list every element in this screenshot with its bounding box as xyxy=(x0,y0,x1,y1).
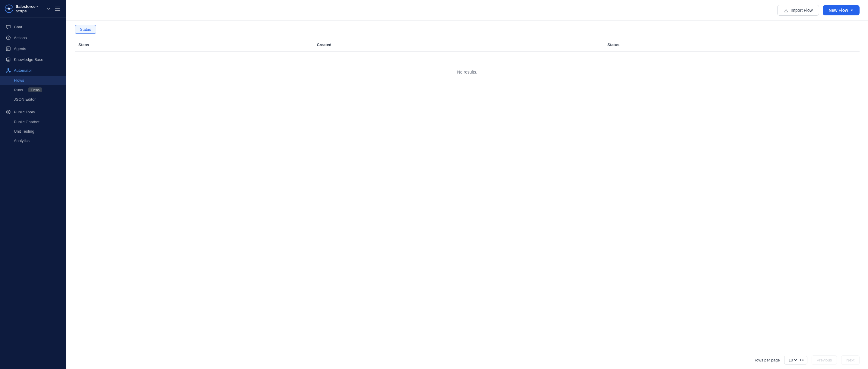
sidebar-item-json-editor[interactable]: JSON Editor xyxy=(0,95,66,104)
sidebar-label-public-tools: Public Tools xyxy=(14,110,35,114)
new-flow-chevron-icon: ▼ xyxy=(850,8,854,12)
rows-per-page-select[interactable]: 10 25 50 xyxy=(787,358,798,363)
new-flow-label: New Flow xyxy=(829,8,848,13)
sidebar-item-actions[interactable]: Actions xyxy=(0,32,66,43)
sidebar: Salesforce - Stripe xyxy=(0,0,66,369)
svg-point-1 xyxy=(8,8,10,10)
sidebar-label-knowledge-base: Knowledge Base xyxy=(14,57,43,62)
sidebar-title: Salesforce - Stripe xyxy=(16,4,43,13)
next-label: Next xyxy=(846,358,855,362)
agents-icon xyxy=(5,46,11,51)
import-flow-label: Import Flow xyxy=(790,8,812,13)
flows-table-container: Steps Created Status No results. xyxy=(66,38,868,351)
col-header-created: Created xyxy=(313,38,604,52)
sidebar-item-agents[interactable]: Agents xyxy=(0,43,66,54)
dropdown-btn[interactable] xyxy=(45,6,52,11)
sidebar-label-automator: Automator xyxy=(14,68,32,73)
import-icon xyxy=(783,8,788,13)
sidebar-item-flows[interactable]: Flows xyxy=(0,76,66,85)
flows-table: Steps Created Status No results. xyxy=(75,38,860,93)
col-header-steps: Steps xyxy=(75,38,313,52)
sidebar-item-chat[interactable]: Chat xyxy=(0,22,66,32)
svg-rect-4 xyxy=(55,10,60,11)
svg-point-11 xyxy=(6,58,10,59)
sidebar-label-unit-testing: Unit Testing xyxy=(14,129,34,134)
sidebar-header: Salesforce - Stripe xyxy=(0,0,66,18)
sidebar-label-analytics: Analytics xyxy=(14,138,30,143)
previous-label: Previous xyxy=(817,358,832,362)
sidebar-item-analytics[interactable]: Analytics xyxy=(0,136,66,145)
sidebar-label-public-chatbot: Public Chatbot xyxy=(14,120,39,124)
select-chevron-icon: ⬆⬇ xyxy=(799,359,804,362)
sidebar-item-public-chatbot[interactable]: Public Chatbot xyxy=(0,117,66,127)
sidebar-item-public-tools[interactable]: Public Tools xyxy=(0,106,66,117)
main-header: Import Flow New Flow ▼ xyxy=(66,0,868,21)
status-filter-button[interactable]: Status xyxy=(75,25,96,34)
table-header-row: Steps Created Status xyxy=(75,38,860,52)
svg-point-8 xyxy=(6,37,6,38)
new-flow-button[interactable]: New Flow ▼ xyxy=(823,5,860,15)
svg-rect-3 xyxy=(55,8,60,9)
next-button[interactable]: Next xyxy=(841,356,860,365)
sidebar-nav: Chat Actions xyxy=(0,18,66,369)
sidebar-item-unit-testing[interactable]: Unit Testing xyxy=(0,127,66,136)
svg-point-6 xyxy=(8,35,8,36)
rows-per-page-control[interactable]: 10 25 50 ⬆⬇ xyxy=(784,356,807,365)
svg-point-9 xyxy=(10,37,10,38)
no-results-text: No results. xyxy=(75,52,860,93)
sidebar-label-actions: Actions xyxy=(14,36,27,40)
no-results-row: No results. xyxy=(75,52,860,93)
sidebar-item-automator[interactable]: Automator xyxy=(0,65,66,76)
sidebar-label-json-editor: JSON Editor xyxy=(14,97,36,102)
runs-badge: Flows xyxy=(28,88,42,92)
rows-per-page-label: Rows per page xyxy=(753,358,780,362)
col-header-status: Status xyxy=(604,38,860,52)
sidebar-header-controls xyxy=(45,6,62,11)
sidebar-label-agents: Agents xyxy=(14,46,26,51)
chat-icon xyxy=(5,24,11,30)
main-content: Import Flow New Flow ▼ Status Steps Crea… xyxy=(66,0,868,369)
sidebar-item-runs[interactable]: Runs Flows xyxy=(0,85,66,95)
filter-bar: Status xyxy=(66,21,868,38)
knowledge-base-icon xyxy=(5,57,11,62)
sidebar-label-chat: Chat xyxy=(14,25,22,29)
sidebar-label-flows: Flows xyxy=(14,78,24,82)
automator-icon xyxy=(5,68,11,73)
app-logo xyxy=(5,4,13,13)
sidebar-item-knowledge-base[interactable]: Knowledge Base xyxy=(0,54,66,65)
pagination-bar: Rows per page 10 25 50 ⬆⬇ Previous Next xyxy=(66,351,868,369)
status-filter-label: Status xyxy=(80,27,91,32)
public-tools-icon xyxy=(5,109,11,114)
actions-icon xyxy=(5,35,11,40)
svg-rect-2 xyxy=(55,7,60,7)
previous-button[interactable]: Previous xyxy=(812,356,837,365)
svg-point-7 xyxy=(8,39,8,40)
import-flow-button[interactable]: Import Flow xyxy=(777,5,819,16)
sidebar-toggle-btn[interactable] xyxy=(54,6,62,11)
sidebar-label-runs: Runs xyxy=(14,88,23,92)
